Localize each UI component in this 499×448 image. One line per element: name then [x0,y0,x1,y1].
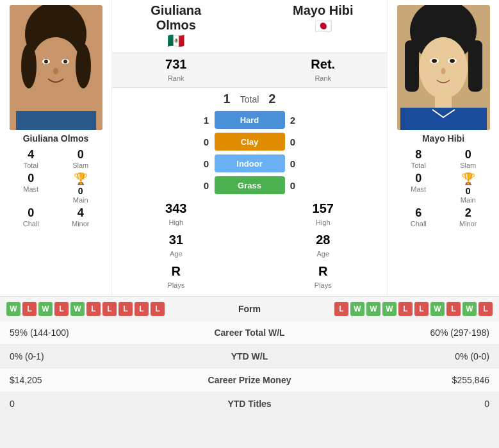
stats-left-val-1: 0% (0-1) [0,345,165,369]
indoor-badge: Indoor [215,154,285,172]
right-high-block: 157 High [266,201,381,228]
stats-right-val-2: $255,846 [334,369,499,392]
stats-row-2: $14,205Career Prize Money$255,846 [0,369,499,392]
form-badge-w: W [6,302,20,316]
stats-center-label-1: YTD W/L [165,345,334,369]
form-badge-w: W [382,302,397,316]
svg-rect-15 [405,40,419,92]
players-section: Giuliana Olmos 4 Total 0 Slam 0 Mast 🏆 [0,0,499,296]
svg-point-8 [63,60,67,63]
right-player-image [397,5,490,130]
form-badge-l: L [102,302,117,316]
hard-surface-row: 1 Hard 2 [112,111,387,129]
left-plays-block: R Plays [119,264,234,290]
right-trophy-main: 🏆 0 Main [443,172,493,204]
stats-left-val-0: 59% (144-100) [0,321,165,345]
svg-point-20 [450,59,455,63]
stats-row-3: 0YTD Titles0 [0,392,499,416]
form-badge-l: L [446,302,461,316]
left-form-badges: WLWLWLLLLL [6,302,221,316]
form-badge-w: W [430,302,445,316]
right-flag: 🇯🇵 [266,18,381,35]
left-rank-block: 731 Rank [119,53,234,87]
right-form-badges: LWWWLLWLWL [279,302,493,316]
right-minor-stat: 2 Minor [443,206,493,228]
left-player-center-name: Giuliana Olmos 🇲🇽 [119,3,234,49]
form-section: WLWLWLLLLL Form LWWWLLWLWL [0,296,499,321]
left-player-image [10,5,102,130]
right-trophy-icon: 🏆 [461,172,475,186]
right-mast-stat: 0 Mast [394,172,444,204]
right-player-photo [397,5,490,130]
svg-rect-16 [468,40,482,92]
stats-left-val-2: $14,205 [0,369,165,392]
form-badge-l: L [22,302,37,316]
svg-point-19 [432,59,437,63]
svg-rect-23 [400,108,487,130]
clay-surface-row: 0 Clay 0 [112,133,387,151]
svg-rect-11 [16,111,96,130]
left-player-column: Giuliana Olmos 4 Total 0 Slam 0 Mast 🏆 [0,0,112,296]
form-label: Form [224,304,275,314]
form-badge-w: W [38,302,53,316]
right-slam-stat: 0 Slam [443,148,493,169]
stats-right-val-0: 60% (297-198) [334,321,499,345]
stats-center-label-3: YTD Titles [165,392,334,416]
stats-row-1: 0% (0-1)YTD W/L0% (0-0) [0,345,499,369]
form-badge-w: W [462,302,477,316]
left-chall-stat: 0 Chall [6,206,56,228]
form-badge-w: W [350,302,364,316]
svg-point-4 [76,44,91,88]
right-chall-stat: 6 Chall [394,206,444,228]
stats-table: 59% (144-100)Career Total W/L60% (297-19… [0,321,499,416]
right-player-name: Mayo Hibi [422,133,464,144]
form-badge-l: L [119,302,133,316]
left-player-name: Giuliana Olmos [23,133,89,144]
form-badge-l: L [398,302,413,316]
right-player-column: Mayo Hibi 8 Total 0 Slam 0 Mast 🏆 0 [387,0,499,296]
left-minor-stat: 4 Minor [56,206,106,228]
stats-center-label-0: Career Total W/L [165,321,334,345]
right-plays-block: R Plays [266,264,381,290]
left-player-stats: 4 Total 0 Slam 0 Mast 🏆 0 Main [6,148,106,228]
clay-badge: Clay [215,133,285,151]
stats-right-val-3: 0 [334,392,499,416]
form-badge-l: L [135,302,149,316]
left-total-stat: 4 Total [6,148,56,169]
left-mast-stat: 0 Mast [6,172,56,204]
svg-point-21 [441,68,445,74]
form-badge-w: W [70,302,85,316]
center-column: Giuliana Olmos 🇲🇽 Mayo Hibi 🇯🇵 731 Rank [112,0,387,296]
svg-point-9 [53,68,58,74]
main-container: Giuliana Olmos 4 Total 0 Slam 0 Mast 🏆 [0,0,499,416]
indoor-surface-row: 0 Indoor 0 [112,154,387,172]
hard-badge: Hard [215,111,285,129]
form-badge-w: W [366,302,380,316]
stats-left-val-3: 0 [0,392,165,416]
right-player-center-name: Mayo Hibi 🇯🇵 [266,3,381,49]
form-badge-l: L [479,302,493,316]
left-high-block: 343 High [119,201,234,228]
grass-surface-row: 0 Grass 0 [112,176,387,194]
stats-center-label-2: Career Prize Money [165,369,334,392]
left-player-photo [10,5,102,130]
left-trophy-main: 🏆 0 Main [56,172,106,204]
left-trophy-icon: 🏆 [74,172,88,186]
right-player-stats: 8 Total 0 Slam 0 Mast 🏆 0 Main 6 [394,148,493,228]
form-badge-l: L [414,302,429,316]
stats-row-0: 59% (144-100)Career Total W/L60% (297-19… [0,321,499,345]
right-age-block: 28 Age [266,233,381,259]
stats-right-val-1: 0% (0-0) [334,345,499,369]
left-slam-stat: 0 Slam [56,148,106,169]
form-badge-l: L [334,302,348,316]
left-flag: 🇲🇽 [119,33,234,49]
form-badge-l: L [54,302,69,316]
total-row: 1 Total 2 [112,92,387,106]
form-badge-l: L [151,302,165,316]
form-badge-l: L [86,302,101,316]
left-age-block: 31 Age [119,233,234,259]
svg-point-7 [44,60,48,63]
right-rank-block: Ret. Rank [266,53,381,87]
right-total-stat: 8 Total [394,148,444,169]
grass-badge: Grass [215,176,285,194]
